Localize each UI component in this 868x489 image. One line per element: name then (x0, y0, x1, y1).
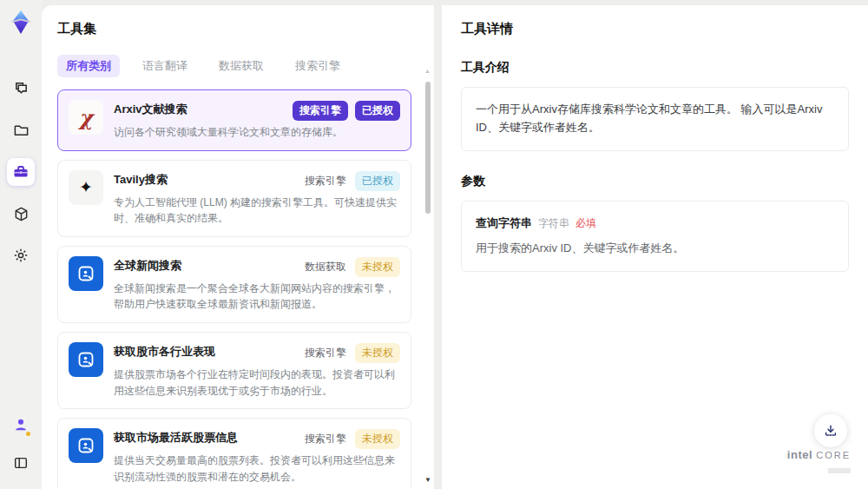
tab-data-fetch[interactable]: 数据获取 (210, 55, 273, 77)
intel-core-logo: intel CORE (787, 448, 851, 477)
status-badge: 未授权 (355, 257, 400, 277)
category-tabs: 所有类别 语言翻译 数据获取 搜索引擎 (57, 55, 422, 77)
category-badge: 搜索引擎 (293, 101, 348, 121)
brand-bar (828, 468, 851, 473)
status-badge: 未授权 (355, 429, 400, 449)
param-desc: 用于搜索的Arxiv ID、关键字或作者姓名。 (476, 240, 834, 258)
tool-desc: 提供股票市场各个行业在特定时间段内的表现。投资者可以利用这些信息来识别表现优于或… (114, 367, 400, 399)
chat-icon[interactable] (7, 75, 35, 102)
tool-card-global-news[interactable]: 全球新闻搜索 数据获取 未授权 全球新闻搜索是一个聚合全球各大新闻网站内容的搜索… (57, 246, 411, 323)
intro-heading: 工具介绍 (461, 60, 849, 76)
tab-language-translation[interactable]: 语言翻译 (134, 55, 196, 77)
tool-desc: 访问各个研究领域大量科学论文和文章的存储库。 (114, 124, 400, 141)
status-badge: 未授权 (355, 343, 400, 363)
gear-icon[interactable] (7, 241, 35, 269)
tool-card-arxiv[interactable]: χ Arxiv文献搜索 搜索引擎 已授权 访问各个研究领域大量科学论文和文章的存… (57, 89, 411, 151)
param-name: 查询字符串 (476, 215, 532, 233)
tool-name: Tavily搜索 (114, 170, 168, 188)
tool-desc: 提供当天交易量最高的股票列表。投资者可以利用这些信息来识别流动性强的股票和潜在的… (114, 453, 400, 485)
brand-intel-text: intel (787, 448, 812, 461)
scroll-up-arrow[interactable]: ▲ (424, 68, 431, 74)
stock-search-icon (69, 428, 103, 463)
category-label: 搜索引擎 (303, 343, 348, 363)
app-logo-gem-icon (5, 7, 36, 38)
param-required-badge: 必填 (575, 215, 596, 232)
panel-toggle-icon[interactable] (7, 449, 35, 477)
tool-desc: 专为人工智能代理 (LLM) 构建的搜索引擎工具。可快速提供实时、准确和真实的结… (114, 195, 400, 227)
tool-card-stock-sector[interactable]: 获取股市各行业表现 搜索引擎 未授权 提供股票市场各个行业在特定时间段内的表现。… (57, 332, 411, 409)
status-badge: 已授权 (355, 101, 400, 121)
toolset-panel: 工具集 所有类别 语言翻译 数据获取 搜索引擎 χ Arxiv文献搜索 搜索引擎… (42, 5, 434, 489)
tool-card-active-stocks[interactable]: 获取市场最活跃股票信息 搜索引擎 未授权 提供当天交易量最高的股票列表。投资者可… (57, 418, 411, 489)
tool-details-panel: 工具详情 工具介绍 一个用于从Arxiv存储库搜索科学论文和文章的工具。 输入可… (442, 5, 868, 489)
intro-card: 一个用于从Arxiv存储库搜索科学论文和文章的工具。 输入可以是Arxiv ID… (461, 87, 849, 151)
scroll-down-arrow[interactable]: ▼ (424, 476, 431, 484)
download-button[interactable] (814, 414, 847, 447)
status-badge: 已授权 (355, 171, 400, 191)
param-card: 查询字符串 字符串 必填 用于搜索的Arxiv ID、关键字或作者姓名。 (461, 201, 849, 273)
main-area: 工具集 所有类别 语言翻译 数据获取 搜索引擎 χ Arxiv文献搜索 搜索引擎… (42, 5, 868, 489)
toolbox-icon[interactable] (7, 158, 35, 186)
tab-search-engine[interactable]: 搜索引擎 (286, 55, 349, 77)
tab-all-categories[interactable]: 所有类别 (57, 55, 120, 77)
toolset-title: 工具集 (57, 21, 422, 37)
params-heading: 参数 (461, 174, 849, 189)
tool-list: χ Arxiv文献搜索 搜索引擎 已授权 访问各个研究领域大量科学论文和文章的存… (57, 89, 422, 489)
category-label: 数据获取 (303, 257, 348, 277)
tavily-star-icon: ✦ (69, 170, 103, 205)
tool-name: Arxiv文献搜索 (114, 100, 187, 117)
news-search-icon (69, 256, 103, 291)
folder-icon[interactable] (7, 116, 35, 144)
tool-name: 获取股市各行业表现 (114, 342, 215, 360)
user-status-dot (26, 432, 30, 436)
stock-search-icon (69, 342, 103, 377)
intro-text: 一个用于从Arxiv存储库搜索科学论文和文章的工具。 输入可以是Arxiv ID… (476, 102, 822, 134)
list-scrollbar[interactable]: ▲ ▼ (424, 68, 432, 486)
tool-name: 全球新闻搜索 (114, 256, 181, 274)
left-rail (0, 0, 42, 489)
download-icon (823, 423, 838, 439)
param-type: 字符串 (538, 215, 569, 232)
details-title: 工具详情 (461, 21, 849, 37)
brand-core-text: CORE (816, 450, 851, 460)
tool-desc: 全球新闻搜索是一个聚合全球各大新闻网站内容的搜索引擎，帮助用户快速获取全球最新资… (114, 281, 400, 313)
tool-name: 获取市场最活跃股票信息 (114, 428, 238, 446)
category-label: 搜索引擎 (303, 429, 348, 449)
arxiv-icon: χ (69, 100, 103, 135)
tool-card-tavily[interactable]: ✦ Tavily搜索 搜索引擎 已授权 专为人工智能代理 (LLM) 构建的搜索… (57, 160, 411, 237)
scrollbar-thumb[interactable] (425, 82, 431, 214)
cube-icon[interactable] (7, 200, 35, 228)
category-label: 搜索引擎 (303, 171, 348, 191)
user-icon[interactable] (7, 411, 35, 439)
